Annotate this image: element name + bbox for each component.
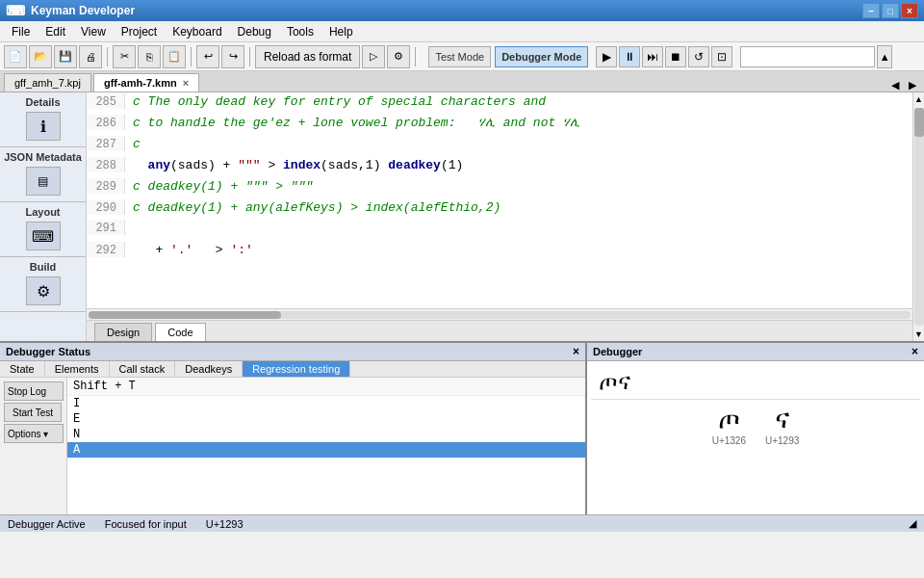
log-row-E[interactable]: E — [67, 411, 585, 427]
mode-text-field[interactable] — [740, 46, 875, 67]
dtab-elements[interactable]: Elements — [45, 361, 110, 377]
debug-char-row: ጦ U+1326 ና U+1293 — [591, 399, 920, 450]
debugger-text-display[interactable]: ጦና — [591, 365, 920, 399]
statusbar-resize[interactable]: ◢ — [909, 517, 916, 530]
char-glyph-2: ና — [775, 404, 790, 435]
start-test-button[interactable]: Start Test — [4, 403, 62, 422]
undo-button[interactable]: ↩ — [196, 45, 219, 68]
line-content-290: c deadkey(1) + any(alefKeys) > index(ale… — [125, 198, 912, 217]
code-editor[interactable]: 285 c The only dead key for entry of spe… — [87, 92, 912, 341]
scrollbar-horizontal[interactable] — [87, 308, 912, 320]
debug-log[interactable]: Shift + T I E N A — [67, 378, 585, 514]
scrollbar-up[interactable]: ▲ — [912, 92, 924, 106]
line-content-291 — [125, 227, 912, 231]
new-button[interactable]: 📄 — [4, 45, 27, 68]
app-icon: ⌨ — [6, 3, 25, 18]
test-mode-label: Test Mode — [428, 46, 491, 67]
dtab-regression[interactable]: Regression testing — [243, 361, 350, 377]
menu-tools[interactable]: Tools — [279, 23, 321, 40]
sep4 — [415, 47, 416, 66]
scrollbar-thumb-v[interactable] — [914, 108, 924, 137]
redo-button[interactable]: ↪ — [221, 45, 244, 68]
debug-icon-4[interactable]: ⏹ — [665, 46, 686, 67]
reload-format-button[interactable]: Reload as format — [255, 45, 360, 68]
menu-edit[interactable]: Edit — [38, 23, 73, 40]
debug-controls: Stop Log Start Test Options ▾ — [0, 378, 67, 514]
debugger-output-panel: Debugger × ጦና ጦ U+1326 ና U+1293 — [587, 343, 924, 514]
debugger-output-title: Debugger — [593, 346, 642, 357]
editor-container: 285 c The only dead key for entry of spe… — [87, 92, 924, 341]
debug-icon-1[interactable]: ▶ — [596, 46, 617, 67]
menu-project[interactable]: Project — [114, 23, 165, 40]
json-icon: ▤ — [26, 167, 61, 196]
scrollbar-thumb-h[interactable] — [89, 311, 281, 319]
tb-action1[interactable]: ▷ — [362, 45, 385, 68]
dtab-state[interactable]: State — [0, 361, 45, 377]
sidebar-details[interactable]: Details ℹ — [0, 92, 86, 147]
line-content-289: c deadkey(1) + """ > """ — [125, 177, 912, 196]
open-button[interactable]: 📂 — [29, 45, 52, 68]
copy-button[interactable]: ⎘ — [138, 45, 161, 68]
cut-button[interactable]: ✂ — [113, 45, 136, 68]
tab-kmn-close[interactable]: × — [183, 77, 189, 89]
debugger-output-close[interactable]: × — [911, 345, 918, 358]
filetabs-next[interactable]: ▶ — [905, 79, 920, 92]
status-codepoint: U+1293 — [206, 518, 244, 530]
code-area[interactable]: 285 c The only dead key for entry of spe… — [87, 92, 912, 308]
debug-icon-6[interactable]: ⊡ — [711, 46, 732, 67]
sep3 — [249, 47, 250, 66]
print-button[interactable]: 🖨 — [79, 45, 102, 68]
menu-file[interactable]: File — [4, 23, 38, 40]
close-button[interactable]: × — [901, 3, 918, 18]
sidebar-build[interactable]: Build ⚙ — [0, 257, 86, 312]
debugger-mode-label[interactable]: Debugger Mode — [495, 46, 588, 67]
scrollbar-track-v[interactable] — [914, 108, 924, 326]
debugger-panel: Debugger Status × State Elements Call st… — [0, 341, 924, 514]
debug-icon-5[interactable]: ↺ — [688, 46, 709, 67]
menu-keyboard[interactable]: Keyboard — [165, 23, 229, 40]
save-button[interactable]: 💾 — [54, 45, 77, 68]
log-row-I[interactable]: I — [67, 396, 585, 411]
code-line-287: 287 c — [87, 135, 912, 156]
debugger-status-close[interactable]: × — [573, 345, 579, 358]
paste-button[interactable]: 📋 — [163, 45, 186, 68]
menu-view[interactable]: View — [73, 23, 114, 40]
menu-help[interactable]: Help — [321, 23, 361, 40]
code-line-288: 288 any(sads) + """ > index(sads,1) dead… — [87, 156, 912, 177]
debug-icon-3[interactable]: ⏭ — [642, 46, 663, 67]
dtab-callstack[interactable]: Call stack — [110, 361, 176, 377]
options-button[interactable]: Options ▾ — [4, 424, 64, 443]
status-focused: Focused for input — [105, 518, 187, 530]
sidebar-json-metadata[interactable]: JSON Metadata ▤ — [0, 147, 86, 202]
tab-kpj-label: gff_amh_7.kpj — [14, 77, 81, 89]
main-area: Details ℹ JSON Metadata ▤ Layout ⌨ Build… — [0, 92, 924, 341]
tab-kmn[interactable]: gff-amh-7.kmn × — [93, 73, 199, 92]
file-tab-bar: gff_amh_7.kpj gff-amh-7.kmn × ◀ ▶ — [0, 71, 924, 92]
log-row-N[interactable]: N — [67, 427, 585, 442]
sidebar-details-label: Details — [4, 96, 82, 108]
scrollbar-down[interactable]: ▼ — [912, 328, 924, 341]
line-content-285: c The only dead key for entry of special… — [125, 92, 912, 111]
debugger-output-header: Debugger × — [587, 343, 924, 361]
maximize-button[interactable]: □ — [882, 3, 899, 18]
debug-icon-2[interactable]: ⏸ — [619, 46, 640, 67]
filetabs-prev[interactable]: ◀ — [887, 79, 903, 92]
mode-input-up[interactable]: ▲ — [877, 45, 892, 68]
minimize-button[interactable]: – — [862, 3, 880, 18]
toolbar: 📄 📂 💾 🖨 ✂ ⎘ 📋 ↩ ↪ Reload as format ▷ ⚙ T… — [0, 42, 924, 71]
scrollbar-track-h[interactable] — [89, 311, 911, 319]
tb-action2[interactable]: ⚙ — [387, 45, 410, 68]
log-row-A[interactable]: A — [67, 442, 585, 458]
scrollbar-vertical[interactable]: ▲ ▼ — [912, 92, 924, 341]
line-content-287: c — [125, 135, 912, 153]
tab-code[interactable]: Code — [155, 323, 205, 341]
app-title: Keyman Developer — [31, 4, 862, 17]
stop-log-button[interactable]: Stop Log — [4, 381, 64, 401]
sidebar-layout[interactable]: Layout ⌨ — [0, 202, 86, 257]
editor-bottom-tabs: Design Code — [87, 320, 912, 341]
log-header: Shift + T — [67, 378, 585, 396]
menu-debug[interactable]: Debug — [230, 23, 279, 40]
tab-design[interactable]: Design — [94, 323, 152, 341]
tab-kpj[interactable]: gff_amh_7.kpj — [4, 73, 91, 92]
dtab-deadkeys[interactable]: Deadkeys — [175, 361, 243, 377]
